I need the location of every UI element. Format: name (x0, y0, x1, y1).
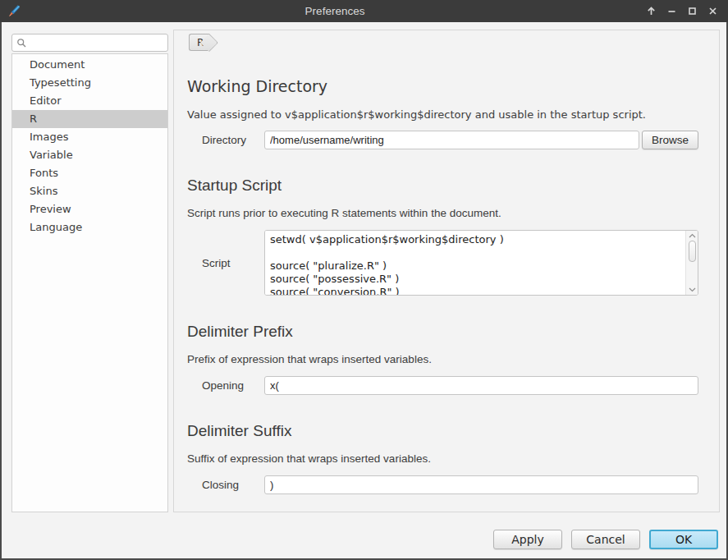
section-working-directory: Working Directory Value assigned to v$ap… (187, 79, 698, 149)
script-textarea[interactable]: setwd( v$application$r$working$directory… (265, 231, 685, 295)
section-title: Delimiter Prefix (187, 324, 698, 340)
script-scrollbar[interactable] (685, 231, 698, 295)
sidebar-item-variable[interactable]: Variable (12, 146, 167, 164)
sidebar-item-editor[interactable]: Editor (12, 92, 167, 110)
opening-row: Opening (187, 376, 698, 395)
sidebar-item-images[interactable]: Images (12, 128, 167, 146)
sidebar-item-typesetting[interactable]: Typesetting (12, 74, 167, 92)
section-title: Startup Script (187, 177, 698, 194)
section-description: Value assigned to v$application$r$workin… (187, 109, 698, 121)
directory-label: Directory (202, 134, 264, 146)
section-description: Suffix of expression that wraps inserted… (187, 453, 698, 466)
sidebar-item-r[interactable]: R (12, 110, 167, 128)
maximize-icon[interactable] (687, 6, 698, 16)
scroll-up-icon[interactable] (689, 233, 696, 238)
sidebar-item-preview[interactable]: Preview (12, 200, 167, 218)
section-startup-script: Startup Script Script runs prior to exec… (187, 177, 698, 296)
section-delimiter-suffix: Delimiter Suffix Suffix of expression th… (187, 423, 698, 494)
script-label: Script (202, 257, 264, 269)
scrollbar-thumb[interactable] (689, 241, 696, 262)
section-description: Script runs prior to executing R stateme… (187, 208, 698, 220)
section-description: Prefix of expression that wraps inserted… (187, 354, 698, 366)
dialog-frame: Document Typesetting Editor R Images Var… (0, 22, 728, 560)
search-input[interactable] (27, 37, 163, 48)
button-bar: Apply Cancel OK (2, 512, 726, 558)
closing-delimiter-input[interactable] (264, 475, 698, 494)
window-controls (646, 6, 721, 16)
app-pen-icon (7, 4, 21, 19)
section-title: Working Directory (187, 79, 698, 95)
apply-button[interactable]: Apply (493, 530, 562, 549)
titlebar: Preferences (0, 0, 728, 22)
closing-row: Closing (187, 475, 698, 494)
sidebar-item-document[interactable]: Document (12, 56, 167, 74)
close-icon[interactable] (707, 6, 718, 16)
ok-button[interactable]: OK (649, 530, 718, 549)
script-row: Script setwd( v$application$r$working$di… (187, 230, 698, 296)
breadcrumb[interactable]: R (189, 34, 209, 51)
closing-label: Closing (202, 479, 264, 491)
category-search[interactable] (11, 34, 168, 52)
category-list: Document Typesetting Editor R Images Var… (11, 53, 168, 512)
cancel-button[interactable]: Cancel (571, 530, 640, 549)
directory-row: Directory Browse (187, 131, 698, 149)
directory-input[interactable] (264, 131, 639, 149)
scroll-down-icon[interactable] (689, 287, 696, 292)
section-title: Delimiter Suffix (187, 423, 698, 439)
script-editor: setwd( v$application$r$working$directory… (264, 230, 698, 296)
section-delimiter-prefix: Delimiter Prefix Prefix of expression th… (187, 324, 698, 395)
opening-delimiter-input[interactable] (264, 376, 698, 395)
main-area: Document Typesetting Editor R Images Var… (2, 22, 726, 512)
sidebar-item-fonts[interactable]: Fonts (12, 164, 167, 182)
sidebar-item-language[interactable]: Language (12, 218, 167, 236)
rollup-icon[interactable] (646, 6, 657, 16)
window-title: Preferences (305, 5, 365, 17)
settings-panel: R Working Directory Value assigned to v$… (173, 30, 720, 512)
preferences-window: Preferences (0, 0, 728, 560)
opening-label: Opening (202, 379, 264, 392)
search-icon (16, 38, 27, 48)
sidebar: Document Typesetting Editor R Images Var… (11, 34, 168, 512)
minimize-icon[interactable] (666, 6, 677, 16)
browse-button[interactable]: Browse (642, 131, 698, 149)
sidebar-item-skins[interactable]: Skins (12, 182, 167, 200)
